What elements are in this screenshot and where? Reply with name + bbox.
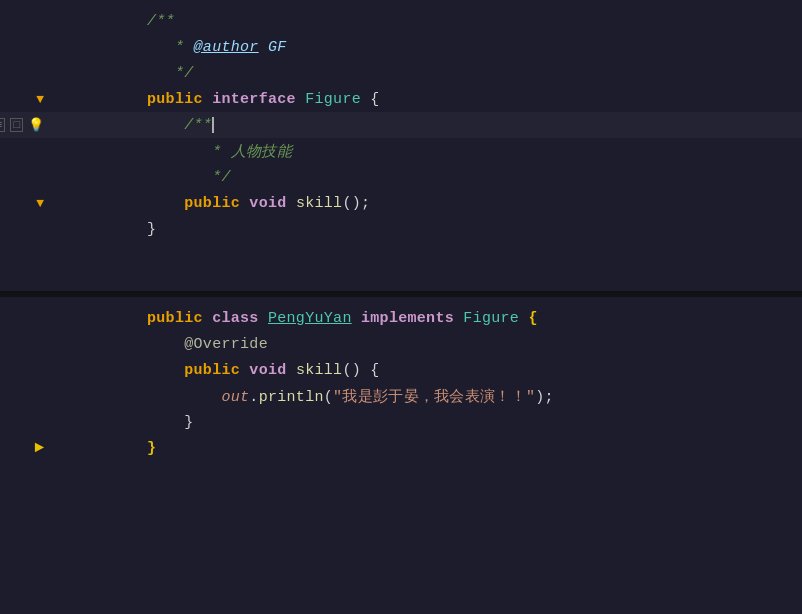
bulb-icon[interactable]: 💡 [28,117,44,133]
gutter-8: ▼ [0,196,50,211]
gutter-4: ▼ [0,92,50,107]
panel-bottom: public class PengYuYan implements Figure… [0,297,802,614]
b-code-line-6: } [50,423,802,474]
b-outer-close: } [147,440,156,457]
b-fold-brace-icon: ► [34,439,44,457]
list-icon[interactable]: ≡ [0,118,5,132]
fold-arrow2-icon[interactable]: ▼ [36,196,44,211]
close-brace: } [147,221,156,238]
code-line-9: } [50,204,802,255]
gutter-5: ≡ □ 💡 [0,117,50,133]
panel-top: /** * @author GF */ [0,0,802,293]
code-area-bottom: public class PengYuYan implements Figure… [0,297,802,469]
fold-box-icon[interactable]: □ [10,118,23,132]
b-gutter-6: ► [0,439,50,457]
line-9: } [0,216,802,242]
code-area-top: /** * @author GF */ [0,0,802,250]
fold-arrow-icon[interactable]: ▼ [36,92,44,107]
editor-container: /** * @author GF */ [0,0,802,614]
b-line-6: ► } [0,435,802,461]
